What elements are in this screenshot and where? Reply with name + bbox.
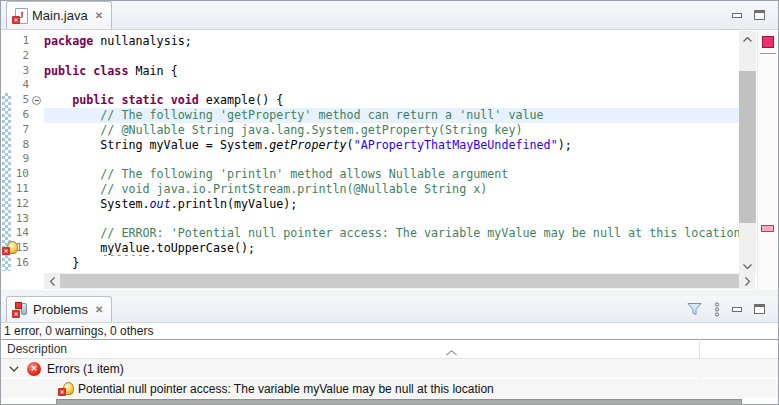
scroll-down-icon[interactable]: [739, 258, 756, 274]
line-number[interactable]: 2: [1, 49, 29, 64]
fold-column: [29, 138, 44, 153]
code-line[interactable]: 12 System.out.println(myValue);: [1, 197, 739, 212]
line-number[interactable]: 8: [1, 138, 29, 153]
code-token-keyword: public class: [44, 64, 128, 78]
scroll-up-icon[interactable]: [739, 31, 756, 47]
line-number[interactable]: 13: [1, 212, 29, 227]
line-number[interactable]: 5: [1, 93, 29, 108]
code-token-plain: Main {: [128, 64, 177, 78]
line-number[interactable]: 1: [1, 34, 29, 49]
code-line[interactable]: 14 // ERROR: 'Potential null pointer acc…: [1, 226, 739, 241]
chevron-down-icon[interactable]: [9, 366, 20, 372]
code-text: public static void example() {: [44, 93, 739, 108]
scroll-right-icon[interactable]: [739, 273, 755, 289]
editor-horizontal-scrollbar[interactable]: [44, 273, 755, 289]
code-token-plain: (: [347, 138, 354, 152]
code-lines[interactable]: 1package nullanalysis;23public class Mai…: [1, 34, 739, 271]
code-text: myValue.toUpperCase();: [44, 241, 739, 256]
fold-column: [29, 152, 44, 167]
description-column-header[interactable]: Description: [1, 339, 778, 359]
problem-row[interactable]: Potential null pointer access: The varia…: [1, 379, 778, 398]
editor-tabbar: Main.java ✕: [1, 1, 778, 30]
minimize-icon[interactable]: [732, 307, 742, 312]
line-number[interactable]: 6: [1, 108, 29, 123]
problems-scroll-thumb[interactable]: [56, 399, 742, 405]
code-line[interactable]: 16 }: [1, 256, 739, 271]
code-token-keyword: public static void: [72, 93, 199, 107]
fold-column: [29, 108, 44, 123]
horizontal-scroll-thumb[interactable]: [60, 274, 739, 288]
fold-column: [29, 64, 44, 79]
code-text: // void java.io.PrintStream.println(@Nul…: [44, 182, 739, 197]
code-line[interactable]: 8 String myValue = System.getProperty("A…: [1, 138, 739, 153]
view-menu-icon[interactable]: [714, 302, 720, 317]
code-text: public class Main {: [44, 64, 739, 79]
filter-funnel-icon[interactable]: [687, 302, 702, 316]
code-token-plain: [44, 241, 100, 255]
problems-horizontal-scrollbar[interactable]: [1, 399, 778, 405]
maximize-icon[interactable]: [754, 10, 765, 20]
errors-group-row[interactable]: Errors (1 item): [1, 359, 778, 378]
code-token-plain: }: [44, 256, 79, 270]
code-line[interactable]: 6 // The following 'getProperty' method …: [1, 108, 739, 123]
line-number[interactable]: 14: [1, 226, 29, 241]
tab-close-icon[interactable]: ✕: [93, 10, 103, 21]
scroll-left-icon[interactable]: [44, 273, 60, 289]
line-number[interactable]: 3: [1, 64, 29, 79]
line-number[interactable]: 9: [1, 152, 29, 167]
line-number[interactable]: 11: [1, 182, 29, 197]
code-token-plain: System.: [44, 197, 150, 211]
tab-main-java[interactable]: Main.java ✕: [6, 1, 112, 29]
overview-error-indicator[interactable]: [762, 36, 774, 48]
code-text: // The following 'println' method allows…: [44, 167, 739, 182]
fold-column: [29, 34, 44, 49]
tab-problems[interactable]: Problems ✕: [6, 296, 112, 322]
problem-message: Potential null pointer access: The varia…: [78, 382, 494, 396]
maximize-icon[interactable]: [754, 304, 765, 314]
column-header-label: Description: [7, 342, 67, 356]
code-text: String myValue = System.getProperty("APr…: [44, 138, 739, 153]
line-number[interactable]: 12: [1, 197, 29, 212]
code-token-comment: // ERROR: 'Potential null pointer access…: [44, 226, 739, 240]
code-line[interactable]: 15 myValue.toUpperCase();: [1, 241, 739, 256]
fold-collapse-icon[interactable]: [32, 96, 41, 105]
code-line[interactable]: 9: [1, 152, 739, 167]
code-line[interactable]: 5 public static void example() {: [1, 93, 739, 108]
code-line[interactable]: 2: [1, 49, 739, 64]
tab-label: Main.java: [32, 8, 88, 23]
line-number[interactable]: 7: [1, 123, 29, 138]
code-token-plain: example() {: [199, 93, 283, 107]
editor-vertical-scrollbar[interactable]: [739, 31, 756, 274]
fold-column: [29, 49, 44, 64]
code-text: System.out.println(myValue);: [44, 197, 739, 212]
code-token-keyword: package: [44, 34, 93, 48]
code-line[interactable]: 13: [1, 212, 739, 227]
code-token-static_method: getProperty: [269, 138, 346, 152]
code-text: }: [44, 256, 739, 271]
tab-close-icon[interactable]: ✕: [93, 304, 103, 315]
problems-summary: 1 error, 0 warnings, 0 others: [1, 323, 778, 339]
code-token-comment: // The following 'println' method allows…: [44, 167, 508, 181]
code-line[interactable]: 4: [1, 78, 739, 93]
line-number[interactable]: 16: [1, 256, 29, 271]
problems-toolbar: [687, 296, 778, 322]
code-line[interactable]: 3public class Main {: [1, 64, 739, 79]
code-line[interactable]: 7 // @Nullable String java.lang.System.g…: [1, 123, 739, 138]
gutter-error-bulb-icon[interactable]: [2, 241, 16, 255]
code-text: // @Nullable String java.lang.System.get…: [44, 123, 739, 138]
code-line[interactable]: 1package nullanalysis;: [1, 34, 739, 49]
vertical-scroll-thumb[interactable]: [739, 71, 756, 223]
eclipse-window: Main.java ✕ 1package nullanalysis;23publ…: [0, 0, 779, 405]
line-number[interactable]: 10: [1, 167, 29, 182]
minimize-icon[interactable]: [732, 13, 742, 18]
code-line[interactable]: 10 // The following 'println' method all…: [1, 167, 739, 182]
fold-column: [29, 123, 44, 138]
code-line[interactable]: 11 // void java.io.PrintStream.println(@…: [1, 182, 739, 197]
line-number[interactable]: 4: [1, 78, 29, 93]
overview-ruler-divider: [760, 53, 776, 54]
editor-pane-actions: [732, 1, 778, 29]
code-token-plain: .println(myValue);: [171, 197, 298, 211]
overview-error-marker[interactable]: [761, 225, 774, 232]
code-token-plain: [44, 93, 72, 107]
code-token-plain: nullanalysis;: [93, 34, 192, 48]
